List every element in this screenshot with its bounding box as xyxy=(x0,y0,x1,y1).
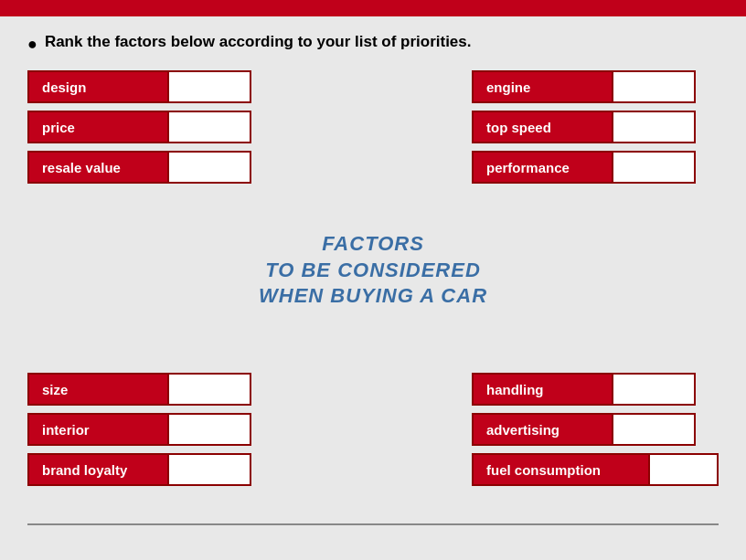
center-title-line1: FACTORS xyxy=(259,231,487,258)
factor-label-advertising: advertising xyxy=(472,413,613,446)
top-section: design price resale value engine top spe… xyxy=(27,70,719,184)
factor-box-price xyxy=(169,111,251,143)
factor-label-interior: interior xyxy=(27,413,169,446)
factor-item: engine xyxy=(472,70,719,103)
factor-item: brand loyalty xyxy=(27,453,274,486)
top-bar xyxy=(0,0,746,16)
factor-box-interior xyxy=(169,413,251,446)
factor-label-price: price xyxy=(27,111,169,143)
factor-label-topspeed: top speed xyxy=(472,111,613,143)
factor-box-advertising xyxy=(613,413,696,446)
factor-box-size xyxy=(169,373,251,406)
factor-item: performance xyxy=(472,151,719,184)
left-top-col: design price resale value xyxy=(27,70,274,184)
bottom-section: size interior brand loyalty handling adv… xyxy=(27,373,719,486)
bullet-symbol: ● xyxy=(27,35,37,54)
factor-box-handling xyxy=(613,373,696,406)
center-title-line3: WHEN BUYING A CAR xyxy=(259,283,487,310)
factor-label-design: design xyxy=(27,70,169,103)
factor-item: fuel consumption xyxy=(472,453,719,486)
factor-label-performance: performance xyxy=(472,151,613,184)
factor-item: interior xyxy=(27,413,274,446)
factor-label-fuelconsumption: fuel consumption xyxy=(472,453,650,486)
factor-box-topspeed xyxy=(613,111,696,143)
factor-item: handling xyxy=(472,373,719,406)
bullet-line: ● Rank the factors below according to yo… xyxy=(27,33,719,54)
slide: ● Rank the factors below according to yo… xyxy=(0,16,746,560)
factor-box-brandloyalty xyxy=(169,453,251,486)
factor-box-fuelconsumption xyxy=(650,453,719,486)
left-bottom-col: size interior brand loyalty xyxy=(27,373,274,486)
factor-item: design xyxy=(27,70,274,103)
factor-item: resale value xyxy=(27,151,274,184)
bottom-line xyxy=(27,523,719,525)
factor-label-engine: engine xyxy=(472,70,613,103)
factor-item: advertising xyxy=(472,413,719,446)
factor-box-performance xyxy=(613,151,696,184)
factor-item: top speed xyxy=(472,111,719,143)
center-title-line2: TO BE CONSIDERED xyxy=(259,258,487,284)
factor-label-brandloyalty: brand loyalty xyxy=(27,453,169,486)
right-top-col: engine top speed performance xyxy=(472,70,719,184)
factor-label-size: size xyxy=(27,373,169,406)
bullet-text: Rank the factors below according to your… xyxy=(45,33,472,51)
factor-box-engine xyxy=(613,70,696,103)
factor-box-resale xyxy=(169,151,251,184)
factor-box-design xyxy=(169,70,251,103)
factor-item: price xyxy=(27,111,274,143)
factor-item: size xyxy=(27,373,274,406)
right-bottom-col: handling advertising fuel consumption xyxy=(472,373,719,486)
center-title: FACTORS TO BE CONSIDERED WHEN BUYING A C… xyxy=(259,231,487,310)
factor-label-resale: resale value xyxy=(27,151,169,184)
factor-label-handling: handling xyxy=(472,373,613,406)
